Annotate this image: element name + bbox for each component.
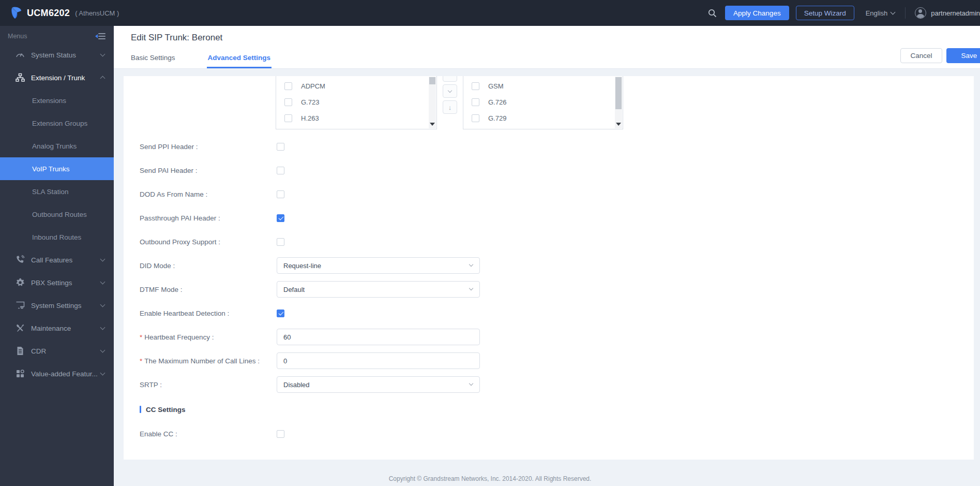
row-max-call-lines: *The Maximum Number of Call Lines : 0 [124, 349, 974, 373]
did-mode-select[interactable]: Request-line [277, 257, 480, 274]
sidebar-item-maintenance[interactable]: Maintenance [0, 317, 114, 340]
sidebar-item-cdr[interactable]: CDR [0, 340, 114, 362]
tools-icon [16, 323, 25, 333]
tab-basic-settings[interactable]: Basic Settings [131, 54, 175, 68]
sidebar-item-label: System Settings [31, 302, 101, 310]
row-did-mode: DID Mode : Request-line [124, 254, 974, 277]
codec-checkbox[interactable] [284, 98, 292, 106]
copyright-footer: Copyright © Grandstream Networks, Inc. 2… [0, 475, 980, 482]
language-selector[interactable]: English [866, 9, 895, 17]
codec-label: G.729 [488, 114, 506, 122]
gauge-icon [16, 50, 25, 60]
move-down-button[interactable]: ↓ [443, 100, 457, 114]
chevron-down-icon [469, 286, 473, 290]
sidebar-subitem-analog-trunks[interactable]: Analog Trunks [0, 135, 114, 157]
document-icon [16, 346, 25, 356]
sidebar-item-label: Value-added Featur... [31, 370, 101, 378]
sidebar-subitem-outbound-routes[interactable]: Outbound Routes [0, 203, 114, 226]
chevron-down-icon [100, 302, 105, 307]
outbound-proxy-support-checkbox[interactable] [277, 238, 284, 246]
sidebar-item-label: System Status [31, 51, 101, 59]
codec-list-selected[interactable]: GSM G.726 G.729 [463, 76, 623, 129]
setup-wizard-button[interactable]: Setup Wizard [796, 6, 854, 20]
select-value: Request-line [283, 262, 321, 270]
srtp-select[interactable]: Disabled [277, 376, 480, 393]
sidebar-subitem-extension-groups[interactable]: Extension Groups [0, 112, 114, 135]
codec-checkbox[interactable] [472, 98, 479, 106]
codec-option: G.723 [276, 94, 436, 110]
codec-label: G.726 [488, 98, 506, 106]
sidebar-item-system-settings[interactable]: System Settings [0, 294, 114, 317]
sidebar-item-value-added-features[interactable]: Value-added Featur... [0, 362, 114, 385]
passthrough-pai-header-checkbox[interactable] [277, 214, 284, 222]
username: partnernetadmin [931, 9, 980, 17]
sidebar-item-call-features[interactable]: Call Features [0, 248, 114, 271]
subitem-label: Analog Trunks [32, 142, 77, 150]
scrollbar[interactable] [615, 77, 622, 128]
field-label: *The Maximum Number of Call Lines : [124, 357, 277, 365]
codec-checkbox[interactable] [472, 114, 479, 122]
tab-advanced-settings[interactable]: Advanced Settings [208, 54, 271, 68]
sidebar-subitem-voip-trunks[interactable]: VoIP Trunks [0, 157, 114, 180]
settings-form-card: ADPCM G.723 H.263 ↓ [124, 76, 974, 460]
field-label: DOD As From Name : [124, 190, 277, 198]
codec-checkbox[interactable] [472, 82, 479, 90]
codec-checkbox[interactable] [284, 82, 292, 90]
input-value: 0 [283, 357, 287, 365]
enable-cc-checkbox[interactable] [277, 430, 284, 438]
sidebar-item-extension-trunk[interactable]: Extension / Trunk [0, 66, 114, 89]
section-title: CC Settings [146, 406, 186, 414]
scrollbar-thumb[interactable] [429, 77, 435, 84]
field-label: Send PAI Header : [124, 167, 277, 174]
max-call-lines-input[interactable]: 0 [277, 352, 480, 369]
scrollbar-down-icon[interactable] [429, 120, 436, 128]
sidebar-item-label: CDR [31, 347, 101, 355]
codec-option: G.729 [463, 110, 623, 126]
search-icon[interactable] [704, 5, 720, 21]
field-label: DTMF Mode : [124, 286, 277, 293]
sidebar: Menus System Status Extension / Trunk Ex… [0, 26, 114, 486]
sidebar-subitem-extensions[interactable]: Extensions [0, 89, 114, 112]
sidebar-subitem-inbound-routes[interactable]: Inbound Routes [0, 226, 114, 248]
move-right-button[interactable] [443, 84, 457, 98]
sitemap-icon [16, 73, 25, 82]
grandstream-logo-icon [10, 6, 23, 20]
scrollbar-thumb[interactable] [615, 77, 622, 109]
codec-list-available[interactable]: ADPCM G.723 H.263 [276, 76, 437, 129]
send-pai-header-checkbox[interactable] [277, 167, 284, 174]
row-enable-cc: Enable CC : [124, 422, 974, 446]
grid-icon [16, 369, 25, 378]
field-label: Outbound Proxy Support : [124, 238, 277, 246]
chevron-down-icon [100, 371, 105, 376]
tabs: Basic Settings Advanced Settings [131, 54, 270, 68]
user-avatar-icon[interactable] [915, 7, 926, 19]
save-button[interactable]: Save [946, 48, 980, 63]
codec-label: H.263 [301, 114, 319, 122]
field-label: DID Mode : [124, 262, 277, 270]
dod-as-from-name-checkbox[interactable] [277, 190, 284, 198]
move-up-button[interactable] [443, 76, 457, 82]
dtmf-mode-select[interactable]: Default [277, 281, 480, 298]
sidebar-item-system-status[interactable]: System Status [0, 43, 114, 66]
required-marker: * [140, 333, 142, 341]
sidebar-subitem-sla-station[interactable]: SLA Station [0, 180, 114, 203]
field-label: SRTP : [124, 381, 277, 389]
codec-checkbox[interactable] [284, 114, 292, 122]
codec-label: G.723 [301, 98, 319, 106]
chevron-down-icon [100, 279, 105, 285]
topbar: UCM6202 ( AthensUCM ) Apply Changes Setu… [0, 0, 980, 26]
sidebar-item-pbx-settings[interactable]: PBX Settings [0, 271, 114, 294]
enable-heartbeat-detection-checkbox[interactable] [277, 310, 284, 317]
chevron-down-icon [100, 257, 105, 262]
sidebar-item-label: Maintenance [31, 325, 101, 332]
apply-changes-button[interactable]: Apply Changes [725, 6, 789, 20]
row-outbound-proxy-support: Outbound Proxy Support : [124, 230, 974, 254]
language-label: English [866, 9, 888, 17]
row-enable-heartbeat-detection: Enable Heartbeat Detection : [124, 301, 974, 325]
cancel-button[interactable]: Cancel [900, 48, 942, 63]
heartbeat-frequency-input[interactable]: 60 [277, 329, 480, 345]
scrollbar[interactable] [429, 77, 436, 128]
collapse-menu-icon[interactable] [95, 33, 105, 40]
scrollbar-down-icon[interactable] [615, 120, 622, 128]
send-ppi-header-checkbox[interactable] [277, 143, 284, 151]
